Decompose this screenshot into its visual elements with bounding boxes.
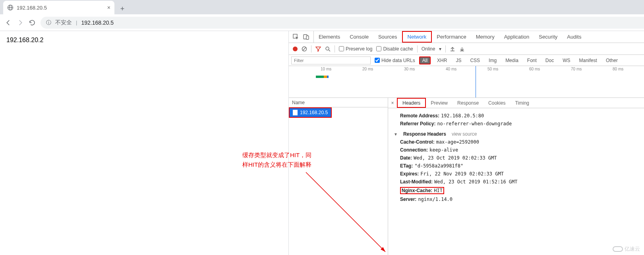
filter-type-all[interactable]: All bbox=[419, 56, 431, 64]
filter-type-js[interactable]: JS bbox=[453, 57, 464, 64]
tab-console[interactable]: Console bbox=[345, 31, 373, 43]
document-icon bbox=[293, 110, 298, 115]
request-column-header[interactable]: Name bbox=[289, 98, 388, 107]
download-icon[interactable] bbox=[459, 46, 465, 52]
tab-memory[interactable]: Memory bbox=[471, 31, 499, 43]
disable-cache-checkbox[interactable]: Disable cache bbox=[376, 46, 413, 52]
security-label: 不安全 bbox=[55, 19, 72, 26]
tab-performance[interactable]: Performance bbox=[432, 31, 471, 43]
page-content: 192.168.20.2 缓存类型就变成了HIT，同 样HIT的含义将在下面解释 bbox=[0, 31, 288, 255]
filter-toggle-icon[interactable] bbox=[315, 46, 321, 52]
network-toolbar: Preserve log Disable cache Online ▾ bbox=[289, 43, 644, 55]
reload-button[interactable] bbox=[29, 19, 36, 27]
watermark: 亿速云 bbox=[613, 245, 640, 253]
throttle-select[interactable]: Online ▾ bbox=[422, 46, 442, 52]
tab-sources[interactable]: Sources bbox=[373, 31, 402, 43]
devtools-panel: Elements Console Sources Network Perform… bbox=[288, 31, 644, 255]
hide-data-urls-checkbox[interactable]: Hide data URLs bbox=[375, 58, 415, 63]
forward-button[interactable] bbox=[17, 19, 24, 27]
response-headers-section[interactable]: ▼ Response Headers view source bbox=[394, 131, 638, 137]
filter-type-xhr[interactable]: XHR bbox=[435, 57, 449, 64]
request-name: 192.168.20.5 bbox=[300, 110, 328, 115]
inspect-icon[interactable] bbox=[293, 34, 299, 40]
detail-tab-cookies[interactable]: Cookies bbox=[483, 98, 510, 108]
url-text: 192.168.20.5 bbox=[81, 19, 114, 26]
timeline-segment bbox=[316, 76, 324, 78]
detail-tab-preview[interactable]: Preview bbox=[426, 98, 453, 108]
watermark-logo-icon bbox=[613, 246, 623, 252]
filter-type-ws[interactable]: WS bbox=[560, 57, 572, 64]
nginx-cache-highlight: Nginx-Cache:HIT bbox=[400, 187, 444, 194]
record-button[interactable] bbox=[293, 47, 298, 51]
browser-toolbar: ⓘ 不安全 | 192.168.20.5 bbox=[0, 14, 644, 31]
page-body-text: 192.168.20.2 bbox=[6, 37, 43, 43]
tab-audits[interactable]: Audits bbox=[562, 31, 586, 43]
request-row[interactable]: 192.168.20.5 bbox=[290, 108, 331, 117]
devtools-tabbar: Elements Console Sources Network Perform… bbox=[289, 31, 644, 43]
tab-network[interactable]: Network bbox=[402, 31, 432, 43]
preserve-log-checkbox[interactable]: Preserve log bbox=[339, 46, 372, 52]
svg-line-9 bbox=[303, 47, 306, 51]
tab-title: 192.168.20.5 bbox=[17, 5, 104, 11]
timeline-segment bbox=[324, 76, 327, 78]
svg-line-11 bbox=[329, 50, 330, 51]
search-icon[interactable] bbox=[325, 46, 331, 52]
filter-type-manifest[interactable]: Manifest bbox=[577, 57, 600, 64]
filter-type-css[interactable]: CSS bbox=[468, 57, 482, 64]
view-source-link[interactable]: view source bbox=[452, 131, 477, 137]
request-list: Name 192.168.20.5 bbox=[289, 98, 388, 255]
detail-tab-headers[interactable]: Headers bbox=[397, 98, 426, 108]
filter-input[interactable] bbox=[291, 56, 371, 64]
svg-rect-7 bbox=[306, 36, 309, 39]
detail-tab-timing[interactable]: Timing bbox=[510, 98, 534, 108]
svg-point-10 bbox=[326, 47, 329, 50]
detail-tab-response[interactable]: Response bbox=[453, 98, 483, 108]
filter-type-font[interactable]: Font bbox=[525, 57, 539, 64]
back-button[interactable] bbox=[5, 19, 12, 27]
address-bar[interactable]: ⓘ 不安全 | 192.168.20.5 bbox=[41, 17, 644, 29]
network-timeline[interactable]: 10 ms 20 ms 30 ms 40 ms 50 ms 60 ms 70 m… bbox=[289, 66, 644, 98]
tab-application[interactable]: Application bbox=[499, 31, 534, 43]
detail-tabbar: × Headers Preview Response Cookies Timin… bbox=[388, 98, 644, 108]
timeline-cursor bbox=[476, 66, 476, 97]
detail-body[interactable]: Remote Address:192.168.20.5:80 Referrer … bbox=[388, 108, 644, 255]
network-filterbar: Hide data URLs All XHR JS CSS Img Media … bbox=[289, 55, 644, 66]
disclosure-triangle-icon[interactable]: ▼ bbox=[394, 132, 398, 136]
clear-icon[interactable] bbox=[302, 46, 307, 52]
device-toggle-icon[interactable] bbox=[303, 34, 309, 40]
filter-type-doc[interactable]: Doc bbox=[543, 57, 556, 64]
tab-elements[interactable]: Elements bbox=[314, 31, 345, 43]
timeline-segment bbox=[327, 76, 329, 78]
filter-type-other[interactable]: Other bbox=[603, 57, 620, 64]
filter-type-media[interactable]: Media bbox=[503, 57, 521, 64]
new-tab-button[interactable]: + bbox=[117, 3, 128, 14]
globe-icon bbox=[7, 4, 14, 11]
filter-type-img[interactable]: Img bbox=[486, 57, 499, 64]
separator: | bbox=[76, 19, 77, 25]
request-detail: × Headers Preview Response Cookies Timin… bbox=[388, 98, 644, 255]
upload-icon[interactable] bbox=[450, 46, 455, 52]
close-detail-icon[interactable]: × bbox=[388, 98, 397, 108]
tab-security[interactable]: Security bbox=[534, 31, 562, 43]
close-tab-icon[interactable]: × bbox=[107, 4, 110, 11]
browser-tab[interactable]: 192.168.20.5 × bbox=[3, 1, 114, 14]
browser-tabbar: 192.168.20.5 × + bbox=[0, 0, 644, 14]
info-icon[interactable]: ⓘ bbox=[46, 19, 51, 26]
